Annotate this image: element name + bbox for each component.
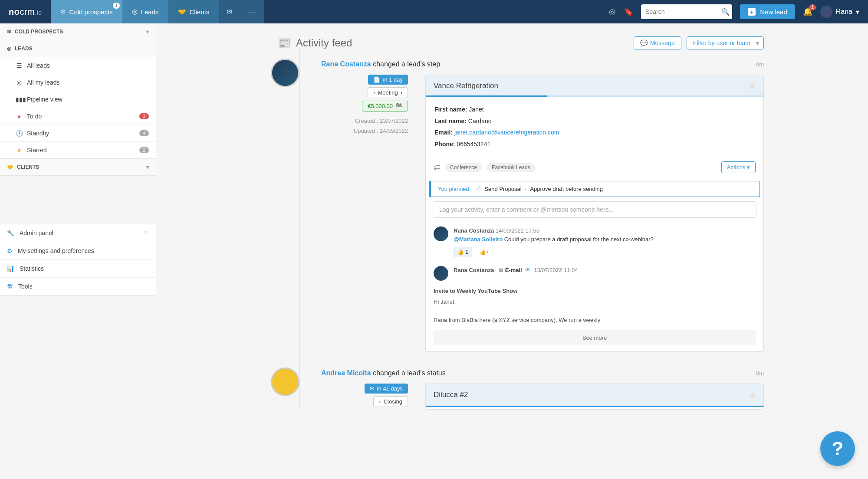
bars-icon: ▮▮▮	[16, 96, 23, 103]
snowflake-icon: ❄	[60, 8, 66, 16]
notifications[interactable]: 🔔 1	[803, 7, 812, 16]
target-icon-top[interactable]: ◎	[609, 7, 616, 16]
nav-cold-prospects[interactable]: ❄ Cold prospects 1	[51, 0, 122, 23]
nav-clients[interactable]: 🤝 Clients	[168, 0, 219, 23]
bookmark-icon[interactable]: 🔖	[624, 7, 633, 16]
planned-task[interactable]: Send Proposal	[484, 186, 521, 192]
sidebar-leads-header[interactable]: ◎ LEADS	[0, 40, 156, 57]
feed-action: changed a lead's step	[371, 60, 441, 68]
tag-icon: 🏷	[434, 164, 441, 171]
starred-badge: 2	[139, 147, 149, 153]
feed-user-link[interactable]: Rana Costanza	[321, 60, 371, 68]
stage-chip[interactable]: ‹Meeting›	[368, 87, 408, 98]
alert-icon: ●	[16, 113, 23, 120]
envelope-icon: ✉	[499, 267, 503, 273]
caret-down-icon: ▾	[756, 39, 759, 46]
envelope-icon: ✉	[370, 385, 375, 392]
user-menu[interactable]: Rana ▾	[820, 6, 859, 18]
file-icon: 📄	[474, 186, 481, 192]
feed-avatar[interactable]	[271, 59, 299, 87]
sidebar-all-my-leads[interactable]: ◎ All my leads	[0, 74, 156, 91]
sidebar-standby[interactable]: 🕐 Standby 4	[0, 125, 156, 141]
admin-panel[interactable]: 🔧 Admin panel ⚠	[0, 224, 156, 242]
feed-avatar[interactable]	[271, 367, 299, 396]
search-input[interactable]	[645, 8, 721, 15]
caret-down-icon: ▾	[856, 8, 859, 16]
wrench-icon: 🔧	[7, 230, 14, 236]
bell-badge: 1	[809, 4, 816, 10]
filter-dropdown[interactable]: Filter by user or team ▾	[687, 36, 764, 49]
nav-leads[interactable]: ◎ Leads	[122, 0, 168, 23]
statistics[interactable]: 📊 Statistics	[0, 259, 156, 277]
created-date: Created : 13/07/2022	[321, 118, 408, 124]
email-link[interactable]: janet.cardano@vancerefrigeration.com	[454, 129, 559, 136]
avatar[interactable]	[434, 266, 448, 281]
target-icon: ◎	[132, 8, 138, 16]
sidebar-starred[interactable]: ★ Starred 2	[0, 141, 156, 158]
new-lead-button[interactable]: + New lead	[740, 4, 795, 19]
nav-more[interactable]: ⋯	[240, 0, 264, 23]
lead-title[interactable]: Vance Refrigeration	[434, 82, 498, 90]
feed-time: 0m	[756, 370, 764, 376]
help-button[interactable]: ?	[820, 431, 855, 466]
reaction[interactable]: 👍 1	[454, 247, 472, 257]
email-body: Rana from BlaBla here (a XYZ service com…	[434, 316, 756, 325]
stage-chip[interactable]: ‹Closing	[373, 396, 408, 407]
standby-badge: 4	[139, 130, 149, 136]
target-icon: ◎	[7, 46, 11, 52]
gear-icon: ⚙	[7, 247, 13, 254]
tag[interactable]: Conference	[445, 163, 482, 172]
sidebar-clients-header[interactable]: 🤝 CLIENTS ▾	[0, 159, 156, 175]
search-box[interactable]: 🔍	[641, 4, 732, 19]
avatar[interactable]	[434, 226, 448, 241]
lead-title[interactable]: Dilucca #2	[434, 390, 468, 399]
star-toggle[interactable]: ☆	[749, 81, 756, 91]
see-more-button[interactable]: See more	[434, 330, 756, 345]
chart-icon: 📊	[7, 265, 14, 272]
handshake-icon: 🤝	[178, 8, 186, 16]
sidebar-todo[interactable]: ● To do 3	[0, 108, 156, 125]
clock-icon: 🕐	[16, 130, 23, 137]
chat-icon: 💬	[640, 39, 648, 46]
message-button[interactable]: 💬 Message	[634, 36, 681, 49]
search-icon[interactable]: 🔍	[721, 8, 730, 16]
due-chip[interactable]: ✉in 41 days	[365, 384, 408, 394]
tag[interactable]: Facebook Leads	[487, 163, 536, 172]
comment-input[interactable]: Log your activity, enter a comment or @m…	[433, 201, 756, 218]
planned-task[interactable]: Approve draft before sending	[530, 186, 603, 192]
email-body: Hi Janet,	[434, 298, 756, 307]
sidebar-pipeline[interactable]: ▮▮▮ Pipeline view	[0, 91, 156, 108]
warning-icon: ⚠	[143, 230, 149, 236]
snowflake-icon: ❄	[7, 29, 11, 35]
caret-down-icon: ▾	[146, 29, 149, 35]
nav-mail[interactable]: ✉	[219, 0, 240, 23]
cold-badge: 1	[113, 3, 120, 9]
feed-user-link[interactable]: Andrea Micolta	[321, 369, 371, 377]
amount-chip[interactable]: €5,000.00 🏁	[362, 101, 408, 112]
actions-dropdown[interactable]: Actions ▾	[721, 161, 756, 173]
avatar	[820, 6, 832, 18]
target-icon: ◎	[16, 79, 23, 86]
lead-details: First name: Janet Last name: Cardano Ema…	[426, 97, 763, 157]
todo-badge: 3	[139, 113, 149, 119]
due-chip[interactable]: 📄in 1 day	[368, 75, 408, 85]
page-title: 📰 Activity feed	[278, 37, 352, 49]
envelope-icon: ✉	[227, 8, 232, 16]
updated-date: Updated : 14/09/2022	[321, 128, 408, 134]
logo[interactable]: nocrm.io	[0, 7, 51, 17]
plus-icon: +	[748, 8, 756, 16]
mention[interactable]: @Mariana Solleiro	[454, 236, 503, 243]
sidebar-all-leads[interactable]: ☰ All leads	[0, 57, 156, 74]
add-reaction[interactable]: 👍+	[476, 247, 493, 257]
eye-icon: 👁	[525, 267, 531, 273]
comment-ts: 14/09/2022 17:55	[496, 227, 539, 234]
handshake-icon: 🤝	[7, 164, 13, 170]
my-settings[interactable]: ⚙ My settings and preferences	[0, 242, 156, 259]
file-icon: 📄	[373, 76, 380, 83]
comment-author[interactable]: Rana Costanza	[454, 227, 494, 234]
tools[interactable]: 🛠 Tools	[0, 277, 156, 295]
caret-down-icon: ▾	[146, 164, 149, 170]
star-toggle[interactable]: ☆	[749, 390, 756, 400]
comment-author[interactable]: Rana Costanza	[454, 267, 494, 273]
sidebar-cold-prospects-header[interactable]: ❄ COLD PROSPECTS ▾	[0, 23, 156, 40]
